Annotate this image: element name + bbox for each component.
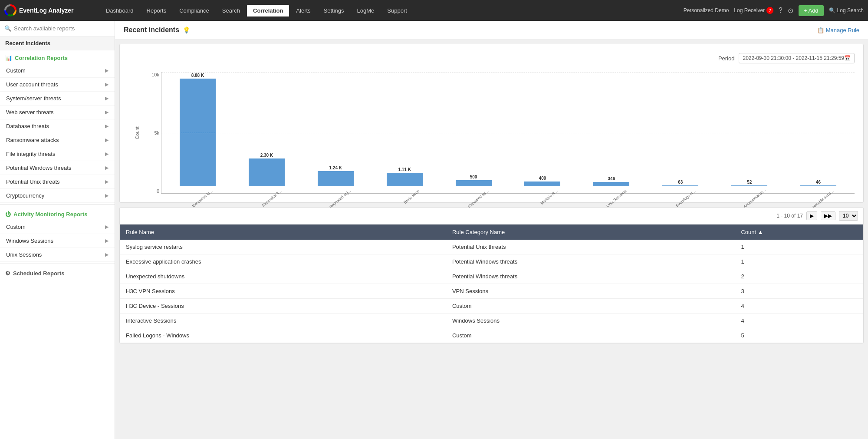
period-row: Period 2022-09-30 21:30:00 - 2022-11-15 … — [128, 53, 855, 63]
sidebar-item-potential-unix[interactable]: Potential Unix threats ▶ — [0, 175, 115, 189]
manage-rule-icon: 📋 — [817, 27, 824, 33]
table-row[interactable]: Syslog service restarts Potential Unix t… — [120, 240, 863, 254]
bar[interactable] — [593, 182, 629, 186]
page-size-select[interactable]: 10 25 50 — [839, 211, 858, 221]
bar[interactable] — [387, 173, 423, 186]
manage-rule-link[interactable]: 📋 Manage Rule — [817, 27, 859, 33]
bar[interactable] — [800, 185, 836, 186]
bar-value-label: 2.30 K — [260, 153, 273, 158]
bar-value-label: 8.88 K — [191, 73, 204, 78]
bar-value-label: 1.11 K — [398, 167, 411, 172]
last-page-button[interactable]: ▶▶ — [821, 211, 835, 220]
nav-search[interactable]: Search — [216, 5, 246, 17]
sidebar-item-windows-sessions[interactable]: Windows Sessions ▶ — [0, 234, 115, 248]
chart-inner-area: 10k 5k 0 8.88 KExcessive lo...2.30 KExce… — [146, 72, 855, 194]
period-input[interactable]: 2022-09-30 21:30:00 - 2022-11-15 21:29:5… — [739, 53, 855, 63]
table-row[interactable]: Unexpected shutdowns Potential Windows t… — [120, 269, 863, 284]
nav-dashboard[interactable]: Dashboard — [100, 5, 140, 17]
nav-reports[interactable]: Reports — [141, 5, 173, 17]
sidebar-item-file-integrity[interactable]: File integrity threats ▶ — [0, 147, 115, 161]
nav-settings[interactable]: Settings — [318, 5, 350, 17]
chevron-right-icon: ▶ — [105, 193, 108, 198]
col-rule-category[interactable]: Rule Category Name — [446, 224, 735, 240]
search-input[interactable] — [14, 25, 110, 32]
cell-rule-category: Windows Sessions — [446, 314, 735, 328]
bar[interactable] — [318, 171, 354, 186]
cell-rule-name: H3C VPN Sessions — [120, 284, 446, 299]
nav-compliance[interactable]: Compliance — [173, 5, 215, 17]
sidebar-item-user-account[interactable]: User account threats ▶ — [0, 78, 115, 92]
bar[interactable] — [731, 185, 767, 186]
cell-rule-category: Custom — [446, 328, 735, 343]
table-row[interactable]: Failed Logons - Windows Custom 5 — [120, 328, 863, 343]
help-icon[interactable]: ? — [779, 7, 783, 14]
sidebar: 🔍 Recent incidents 📊 Correlation Reports… — [0, 21, 115, 439]
cell-rule-name: Excessive application crashes — [120, 254, 446, 269]
chevron-right-icon: ▶ — [105, 165, 108, 171]
nav-correlation[interactable]: Correlation — [247, 5, 289, 17]
cell-rule-category: Custom — [446, 299, 735, 314]
user-icon[interactable]: ⊙ — [788, 7, 793, 15]
sidebar-search-icon: 🔍 — [4, 25, 11, 32]
add-button[interactable]: + Add — [799, 5, 824, 16]
nav-alerts[interactable]: Alerts — [290, 5, 316, 17]
y-axis-label: Count — [135, 126, 140, 139]
table-row[interactable]: H3C VPN Sessions VPN Sessions 3 — [120, 284, 863, 299]
bar-x-label: Repeated fai... — [467, 189, 489, 209]
bar[interactable] — [249, 158, 285, 186]
sidebar-item-database[interactable]: Database threats ▶ — [0, 119, 115, 133]
recent-incidents-header[interactable]: Recent incidents — [0, 36, 115, 50]
bar[interactable] — [524, 182, 560, 186]
sidebar-item-unix-sessions[interactable]: Unix Sessions ▶ — [0, 248, 115, 262]
bar[interactable] — [456, 180, 492, 186]
sidebar-divider — [0, 205, 115, 205]
table-toolbar: 1 - 10 of 17 ▶ ▶▶ 10 25 50 — [120, 208, 863, 224]
nav-support[interactable]: Support — [381, 5, 413, 17]
clock-icon: ⚙ — [5, 270, 10, 277]
chart-section: Period 2022-09-30 21:30:00 - 2022-11-15 … — [119, 44, 864, 203]
sidebar-item-web-server[interactable]: Web server threats ▶ — [0, 106, 115, 119]
sidebar-item-potential-windows[interactable]: Potential Windows threats ▶ — [0, 161, 115, 175]
chevron-right-icon: ▶ — [105, 151, 108, 157]
scheduled-reports-header[interactable]: ⚙ Scheduled Reports — [0, 266, 115, 281]
logo-icon — [4, 4, 16, 17]
bar-value-label: 500 — [470, 175, 477, 179]
cell-count: 5 — [735, 328, 863, 343]
sidebar-item-system-server[interactable]: System/server threats ▶ — [0, 92, 115, 106]
y-axis-label-container: Count — [128, 72, 146, 194]
table-row[interactable]: Interactive Sessions Windows Sessions 4 — [120, 314, 863, 328]
pagination-info: 1 - 10 of 17 — [776, 213, 803, 219]
cell-rule-name: H3C Device - Sessions — [120, 299, 446, 314]
log-search-button[interactable]: 🔍 Log Search — [829, 7, 864, 13]
bar-x-label: Brute force — [398, 189, 420, 209]
bars-area: 8.88 KExcessive lo...2.30 KExcessive fi.… — [161, 72, 855, 194]
col-rule-name[interactable]: Rule Name — [120, 224, 446, 240]
table-row[interactable]: H3C Device - Sessions Custom 4 — [120, 299, 863, 314]
bar-chart-icon: 📊 — [5, 55, 12, 61]
col-count[interactable]: Count ▲ — [735, 224, 863, 240]
grid-line-top — [161, 72, 855, 73]
table-row[interactable]: Excessive application crashes Potential … — [120, 254, 863, 269]
next-page-button[interactable]: ▶ — [806, 211, 817, 220]
sidebar-item-custom-activity[interactable]: Custom ▶ — [0, 220, 115, 234]
log-receiver[interactable]: Log Receiver 2 — [734, 7, 773, 14]
sidebar-item-ransomware[interactable]: Ransomware attacks ▶ — [0, 133, 115, 147]
personalized-demo[interactable]: Personalized Demo — [684, 7, 729, 13]
sidebar-divider-2 — [0, 264, 115, 264]
cell-count: 3 — [735, 284, 863, 299]
bar-x-label: Eventlogs cl... — [674, 189, 696, 209]
power-icon: ⏻ — [5, 211, 11, 218]
bar-chart: Count 10k 5k 0 — [128, 72, 855, 194]
chevron-right-icon: ▶ — [105, 238, 108, 244]
log-receiver-badge: 2 — [766, 7, 773, 14]
table-section: 1 - 10 of 17 ▶ ▶▶ 10 25 50 Rule Name Rul… — [119, 207, 864, 343]
bar[interactable] — [662, 185, 698, 186]
bar-x-label: Excessive lo... — [191, 189, 213, 209]
logo-area: EventLog Analyzer — [4, 4, 91, 17]
nav-logme[interactable]: LogMe — [351, 5, 381, 17]
sidebar-item-custom-corr[interactable]: Custom ▶ — [0, 64, 115, 78]
cell-rule-name: Unexpected shutdowns — [120, 269, 446, 284]
bar-x-label: Multiple fil... — [536, 189, 558, 209]
incidents-table: Rule Name Rule Category Name Count ▲ Sys… — [120, 224, 863, 343]
sidebar-item-cryptocurrency[interactable]: Cryptocurrency ▶ — [0, 189, 115, 203]
